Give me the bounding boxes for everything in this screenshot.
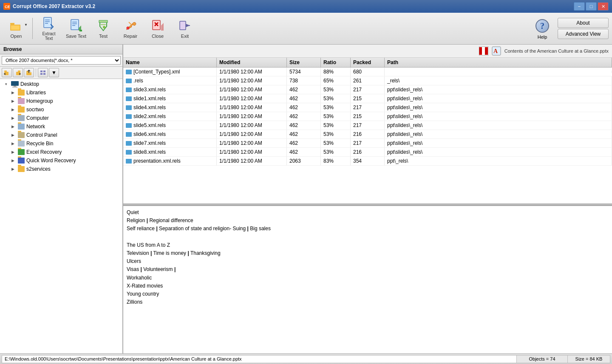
tree-item-s2services[interactable]: ▶ s2services [8, 165, 122, 173]
file-modified: 1/1/1980 12:00 AM [217, 85, 287, 94]
open-button[interactable]: Open ▼ [3, 15, 29, 42]
file-name-cell: [Content_Types].xml [123, 68, 217, 76]
close-label: Close [152, 34, 164, 39]
col-header-size[interactable]: Size [287, 58, 321, 67]
tree-item-computer[interactable]: ▶ Computer [8, 114, 122, 122]
nav-forward-button[interactable] [13, 68, 23, 77]
about-button[interactable]: About [558, 18, 609, 28]
window-controls[interactable]: − □ ✕ [574, 2, 609, 11]
file-name-cell: slide7.xml.rels [123, 139, 217, 147]
help-icon[interactable]: ? [534, 17, 551, 34]
exit-button[interactable]: Exit [172, 15, 198, 42]
help-circle: ? [536, 19, 549, 33]
table-row[interactable]: slide1.xml.rels 1/1/1980 12:00 AM 462 53… [123, 94, 612, 103]
expand-libraries[interactable]: ▶ [9, 89, 16, 96]
expand-homegroup[interactable]: ▶ [9, 98, 16, 104]
advanced-view-button[interactable]: Advanced View [558, 29, 609, 39]
tree-label-libraries: Libraries [26, 90, 46, 96]
expand-s2services[interactable]: ▶ [9, 166, 16, 172]
svg-rect-39 [485, 47, 488, 55]
file-tree: ▾ Desktop ▶ Libraries ▶ Homegroup ▶ [0, 79, 122, 353]
tree-item-libraries[interactable]: ▶ Libraries [8, 88, 122, 97]
col-header-modified[interactable]: Modified [217, 58, 287, 67]
file-filter-select[interactable]: Office 2007 documents(*.docx, * [2, 56, 121, 65]
table-row[interactable]: [Content_Types].xml 1/1/1980 12:00 AM 57… [123, 68, 612, 76]
browse-toolbar: ▼ [0, 67, 122, 79]
col-header-ratio[interactable]: Ratio [321, 58, 351, 67]
expand-desktop[interactable]: ▾ [3, 81, 9, 87]
file-modified: 1/1/1980 12:00 AM [217, 121, 287, 130]
file-modified: 1/1/1980 12:00 AM [217, 68, 287, 76]
file-packed: 261 [351, 76, 385, 85]
expand-network[interactable]: ▶ [9, 123, 16, 130]
file-name: slide6.xml.rels [133, 131, 166, 137]
file-ratio: 53% [321, 103, 351, 112]
file-name: slide1.xml.rels [133, 96, 166, 102]
svg-text:A: A [493, 48, 498, 54]
file-name: slide5.xml.rels [133, 122, 166, 128]
file-size: 462 [287, 85, 321, 94]
tree-label-s2services: s2services [26, 166, 51, 172]
repair-button[interactable]: Repair [118, 15, 143, 42]
tree-item-network[interactable]: ▶ Network [8, 122, 122, 131]
expand-recycle-bin[interactable]: ▶ [9, 140, 16, 147]
file-name: .rels [133, 78, 143, 84]
table-row[interactable]: slide7.xml.rels 1/1/1980 12:00 AM 462 53… [123, 139, 612, 148]
table-row[interactable]: .rels 1/1/1980 12:00 AM 738 65% 261 _rel… [123, 76, 612, 85]
svg-rect-37 [479, 47, 482, 55]
svg-rect-27 [18, 71, 20, 72]
file-icon [126, 79, 132, 83]
maximize-button[interactable]: □ [586, 2, 597, 11]
file-icon [126, 105, 132, 110]
close-file-button[interactable]: Close [145, 15, 170, 42]
tree-item-excel-recovery[interactable]: ▶ Excel Recovery [8, 148, 122, 156]
table-row[interactable]: slide3.xml.rels 1/1/1980 12:00 AM 462 53… [123, 85, 612, 94]
preview-line: Television | Time is money | Thanksgivin… [127, 249, 609, 257]
save-text-button[interactable]: Save Text [63, 15, 89, 42]
file-modified: 1/1/1980 12:00 AM [217, 130, 287, 138]
file-size: 2063 [287, 157, 321, 165]
table-row[interactable]: slide4.xml.rels 1/1/1980 12:00 AM 462 53… [123, 103, 612, 112]
expand-excel-recovery[interactable]: ▶ [9, 149, 16, 155]
table-row[interactable]: presentation.xml.rels 1/1/1980 12:00 AM … [123, 157, 612, 166]
tree-item-desktop[interactable]: ▾ Desktop [1, 80, 122, 88]
extract-text-button[interactable]: Extract Text [36, 15, 62, 42]
expand-quick-word[interactable]: ▶ [9, 157, 16, 164]
tree-item-recycle-bin[interactable]: ▶ Recycle Bin [8, 139, 122, 148]
table-row[interactable]: slide2.xml.rels 1/1/1980 12:00 AM 462 53… [123, 112, 612, 121]
tree-item-socrtwo[interactable]: ▶ socrtwo [8, 105, 122, 114]
file-icon [126, 132, 132, 137]
file-path: ppt\slides\_rels\ [385, 85, 612, 94]
nav-back-button[interactable] [2, 68, 12, 77]
expand-control-panel[interactable]: ▶ [9, 132, 16, 138]
svg-rect-9 [71, 20, 79, 30]
expand-socrtwo[interactable]: ▶ [9, 106, 16, 113]
save-text-icon [69, 19, 83, 32]
file-modified: 1/1/1980 12:00 AM [217, 94, 287, 103]
table-row[interactable]: slide8.xml.rels 1/1/1980 12:00 AM 462 53… [123, 148, 612, 157]
minimize-button[interactable]: − [574, 2, 585, 11]
col-header-packed[interactable]: Packed [351, 58, 385, 67]
file-name-cell: slide6.xml.rels [123, 130, 217, 138]
test-button[interactable]: Test [91, 15, 116, 42]
table-row[interactable]: slide5.xml.rels 1/1/1980 12:00 AM 462 53… [123, 121, 612, 130]
file-list[interactable]: [Content_Types].xml 1/1/1980 12:00 AM 57… [123, 68, 612, 203]
tree-item-homegroup[interactable]: ▶ Homegroup [8, 97, 122, 105]
col-header-name[interactable]: Name [123, 58, 217, 67]
svg-rect-14 [99, 20, 108, 23]
tree-item-quick-word[interactable]: ▶ Quick Word Recovery [8, 156, 122, 165]
file-name: slide8.xml.rels [133, 149, 166, 155]
save-text-label: Save Text [66, 34, 86, 39]
view-options-button[interactable] [38, 68, 48, 77]
table-row[interactable]: slide6.xml.rels 1/1/1980 12:00 AM 462 53… [123, 130, 612, 139]
view-dropdown-button[interactable]: ▼ [49, 68, 59, 77]
expand-computer[interactable]: ▶ [9, 115, 16, 121]
col-header-path[interactable]: Path [385, 58, 612, 67]
file-ratio: 53% [321, 130, 351, 138]
file-title: Contents of the American Culture at a Gl… [504, 48, 609, 54]
preview-line: Ulcers [127, 257, 609, 265]
file-packed: 217 [351, 121, 385, 130]
nav-up-button[interactable] [24, 68, 34, 77]
close-button[interactable]: ✕ [598, 2, 609, 11]
tree-item-control-panel[interactable]: ▶ Control Panel [8, 131, 122, 139]
